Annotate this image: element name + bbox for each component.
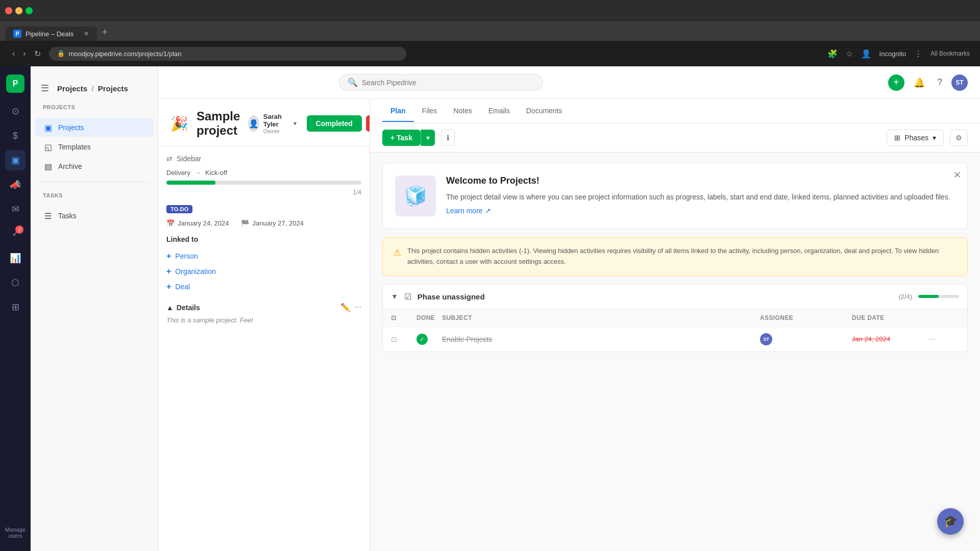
url-text: moodjoy.pipedrive.com/projects/1/plan [69, 50, 182, 58]
tab-bar: P Pipeline – Deals ✕ + [0, 21, 980, 41]
global-search-box[interactable]: 🔍 [339, 74, 543, 91]
help-button[interactable]: ? [934, 74, 945, 91]
welcome-card: 🧊 Welcome to Projects! The project detai… [382, 163, 968, 229]
nav-home-icon[interactable]: ⊙ [5, 101, 26, 121]
done-check-icon[interactable]: ✓ [416, 334, 428, 345]
phase-count: (2/4) [898, 293, 912, 300]
delivery-kickoff: Delivery → Kick-off [166, 169, 361, 177]
welcome-close-button[interactable]: ✕ [953, 169, 961, 181]
warning-card: ⚠ This project contains hidden activitie… [382, 237, 968, 276]
welcome-title: Welcome to Projects! [446, 176, 955, 186]
tab-documents[interactable]: Documents [518, 101, 571, 122]
sidebar-item-projects[interactable]: ▣ Projects [35, 118, 154, 137]
sidebar-item-tasks[interactable]: ☰ Tasks [35, 207, 154, 225]
link-person-label: Person [175, 252, 198, 260]
link-organization[interactable]: + Organization [166, 264, 361, 279]
forward-button[interactable]: › [21, 47, 28, 60]
back-button[interactable]: ‹ [10, 47, 17, 60]
progress-section: Delivery → Kick-off 1/4 [166, 169, 361, 196]
delivery-arrow-icon: → [194, 169, 201, 177]
sidebar-item-archive[interactable]: ▤ Archive [35, 157, 154, 176]
profile-icon[interactable]: 👤 [861, 49, 871, 59]
add-person-icon: + [166, 252, 171, 261]
bookmarks-bar-label: All Bookmarks [930, 50, 970, 57]
learn-more-link[interactable]: Learn more ↗ [446, 207, 491, 215]
phase-chevron-icon[interactable]: ▼ [391, 292, 398, 300]
main-content: 🔍 + 🔔 ? ST 🎉 Sample project 👤 [158, 66, 980, 551]
phases-button[interactable]: ⊞ Phases ▾ [887, 130, 944, 146]
address-bar: ‹ › ↻ 🔒 moodjoy.pipedrive.com/projects/1… [0, 41, 980, 66]
refresh-button[interactable]: ↻ [32, 47, 43, 61]
task-subject: Enable Projects [442, 335, 760, 343]
sidebar-collapse-button[interactable]: ☰ [39, 81, 51, 96]
link-deal[interactable]: + Deal [166, 279, 361, 294]
window-maximize-button[interactable] [26, 7, 33, 14]
window-minimize-button[interactable] [15, 7, 22, 14]
extensions-icon[interactable]: 🧩 [827, 49, 838, 59]
projects-section-title: PROJECTS [31, 100, 158, 114]
tab-close-button[interactable]: ✕ [84, 30, 89, 37]
add-org-icon: + [166, 267, 171, 276]
tab-title: Pipeline – Deals [26, 30, 74, 38]
link-person[interactable]: + Person [166, 248, 361, 264]
progress-bar [166, 181, 361, 185]
plan-settings-button[interactable]: ⚙ [950, 130, 968, 146]
manage-users-link[interactable]: Manage users [0, 522, 31, 543]
completed-button[interactable]: Completed [307, 115, 362, 132]
add-task-button[interactable]: + Task [382, 130, 421, 146]
sidebar-templates-label: Templates [58, 143, 91, 151]
nav-campaigns-icon[interactable]: 📣 [5, 174, 26, 195]
nav-integrations-icon[interactable]: ⊞ [5, 297, 26, 317]
tab-notes[interactable]: Notes [445, 101, 480, 122]
owner-dropdown-button[interactable]: ▾ [291, 118, 299, 129]
nav-tasks-icon[interactable]: ✓ 2 [5, 223, 26, 244]
table-row: ⊡ ✓ Enable Projects ST Jan 24, 2024 ··· [383, 327, 967, 352]
bookmark-icon[interactable]: ☆ [846, 49, 853, 59]
details-collapse-icon[interactable]: ▲ [166, 304, 174, 312]
help-fab[interactable]: 🎓 [937, 508, 964, 535]
add-button[interactable]: + [888, 74, 904, 91]
tab-emails[interactable]: Emails [480, 101, 518, 122]
sidebar-item-templates[interactable]: ◱ Templates [35, 138, 154, 156]
search-input[interactable] [362, 79, 534, 87]
tab-files[interactable]: Files [414, 101, 446, 122]
col-due-date-header: Due date [852, 314, 928, 321]
sidebar-archive-label: Archive [58, 162, 82, 170]
window-close-button[interactable] [5, 7, 12, 14]
end-date-value: January 27, 2024 [252, 219, 303, 227]
end-date: 🏁 January 27, 2024 [241, 219, 303, 227]
nav-email-icon[interactable]: ✉ [5, 199, 26, 219]
owner-avatar: 👤 [248, 115, 259, 132]
welcome-content: Welcome to Projects! The project detail … [446, 176, 955, 215]
top-bar: 🔍 + 🔔 ? ST [158, 66, 980, 99]
linked-to-title: Linked to [166, 235, 361, 243]
owner-name: Sarah Tyler [263, 113, 287, 128]
user-avatar[interactable]: ST [951, 74, 968, 91]
details-more-icon[interactable]: ··· [355, 303, 361, 312]
browser-tab-active[interactable]: P Pipeline – Deals ✕ [5, 27, 97, 41]
incognito-label: Incognito [879, 50, 906, 58]
kickoff-label: Kick-off [205, 169, 227, 177]
nav-projects-icon[interactable]: ▣ [5, 150, 26, 170]
plan-toolbar: + Task ▾ ℹ ⊞ Phases ▾ ⚙ [370, 123, 980, 153]
nav-deals-icon[interactable]: $ [5, 126, 26, 146]
add-task-dropdown-button[interactable]: ▾ [421, 130, 435, 146]
sidebar-divider [39, 182, 150, 182]
notifications-button[interactable]: 🔔 [911, 74, 928, 91]
nav-reports-icon[interactable]: 📊 [5, 248, 26, 268]
url-bar[interactable]: 🔒 moodjoy.pipedrive.com/projects/1/plan [49, 47, 406, 61]
app-logo[interactable]: P [6, 74, 24, 93]
sidebar-toggle[interactable]: ⇄ Sidebar [166, 155, 361, 163]
row-more-button[interactable]: ··· [928, 335, 959, 344]
tab-plan[interactable]: Plan [382, 101, 414, 122]
new-tab-button[interactable]: + [97, 24, 113, 41]
nav-products-icon[interactable]: ⬡ [5, 272, 26, 293]
phase-tasks-icon: ☑ [404, 292, 411, 302]
phase-name: Phase unassigned [418, 292, 892, 301]
col-copy-icon: ⊡ [391, 314, 416, 321]
sidebar-label: Sidebar [177, 155, 201, 163]
task-info-button[interactable]: ℹ [441, 130, 455, 146]
details-edit-icon[interactable]: ✏️ [340, 303, 351, 312]
menu-icon[interactable]: ⋮ [914, 49, 922, 59]
canceled-button[interactable]: Canceled [366, 115, 370, 132]
